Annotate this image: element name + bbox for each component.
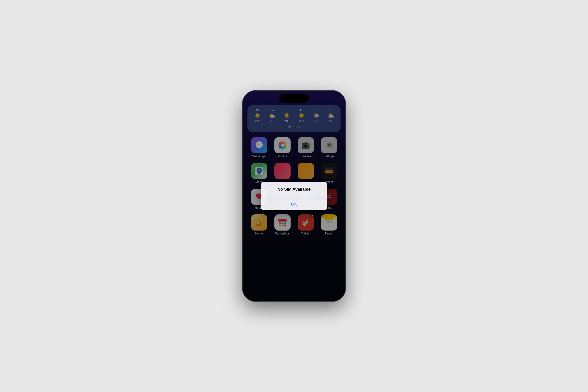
phone-frame: 13 ☀️ 24° 14 ⛅ 25° 15 ☀️ 26° 16 ☀️ 2: [242, 91, 346, 301]
alert-ok-button[interactable]: OK: [261, 198, 327, 210]
alert-content: No SIM Available: [261, 182, 327, 198]
alert-overlay: No SIM Available OK: [242, 91, 346, 301]
phone-screen: 13 ☀️ 24° 14 ⛅ 25° 15 ☀️ 26° 16 ☀️ 2: [242, 91, 346, 301]
alert-title: No SIM Available: [265, 187, 323, 192]
alert-dialog: No SIM Available OK: [261, 182, 327, 210]
